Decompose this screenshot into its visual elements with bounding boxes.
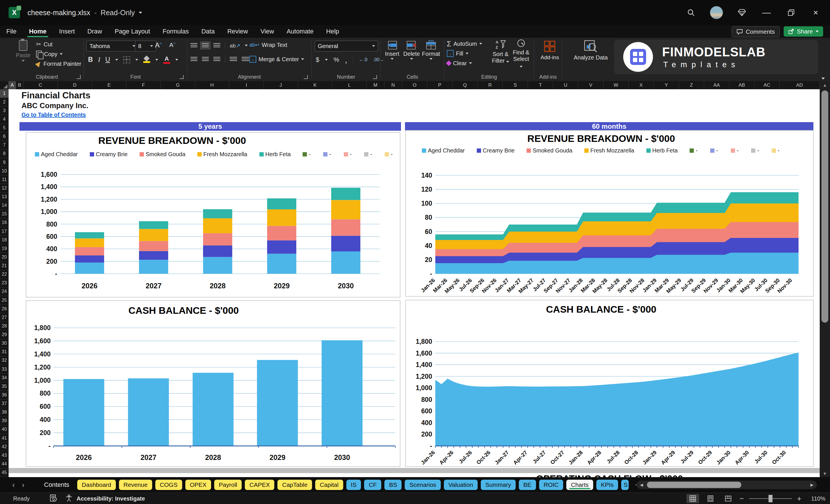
format-painter-button[interactable]: Format Painter <box>36 59 81 69</box>
column-header-O[interactable]: O <box>402 81 427 89</box>
row-header-3[interactable]: 3 <box>0 106 8 115</box>
autosum-button[interactable]: ΣAutoSum <box>447 39 482 49</box>
row-header-28[interactable]: 28 <box>0 322 8 330</box>
column-header-E[interactable]: E <box>92 81 126 89</box>
menu-tab-help[interactable]: Help <box>320 25 345 38</box>
increase-indent-button[interactable] <box>242 57 249 62</box>
read-only-label[interactable]: Read-Only <box>101 8 135 17</box>
chart-cash-balance-monthly[interactable]: -2004006008001,0001,2001,4001,6001,800Ja… <box>405 300 814 467</box>
sheet-tab-dashboard[interactable]: Dashboard <box>77 480 116 490</box>
wrap-text-button[interactable]: ab↩ Wrap Text <box>249 40 287 50</box>
row-header-12[interactable]: 12 <box>0 184 8 192</box>
accounting-format-button[interactable]: $ <box>316 56 319 63</box>
italic-button[interactable]: I <box>98 56 100 63</box>
increase-font-size-button[interactable]: A˄ <box>155 41 162 49</box>
sheet-tab-capital[interactable]: Capital <box>315 480 343 490</box>
row-header-45[interactable]: 45 <box>0 469 8 477</box>
row-header-31[interactable]: 31 <box>0 348 8 356</box>
row-header-1[interactable]: 1 <box>0 89 8 98</box>
menu-tab-automate[interactable]: Automate <box>280 25 320 38</box>
column-header-AA[interactable]: AA <box>704 81 729 89</box>
normal-view-button[interactable] <box>687 494 699 503</box>
row-header-34[interactable]: 34 <box>0 374 8 382</box>
sheet-tab-bs[interactable]: BS <box>384 480 402 490</box>
column-header-AD[interactable]: AD <box>780 81 820 89</box>
menu-tab-home[interactable]: Home <box>23 25 53 38</box>
row-header-11[interactable]: 11 <box>0 175 8 184</box>
sheet-tab-s[interactable]: S <box>621 480 629 490</box>
chart-revenue-breakdown-annual[interactable]: -2004006008001,0001,2001,4001,6002026202… <box>26 132 401 297</box>
font-size-select[interactable]: 8 <box>135 41 156 52</box>
row-header-40[interactable]: 40 <box>0 426 8 434</box>
column-header-N[interactable]: N <box>384 81 402 89</box>
row-header-8[interactable]: 8 <box>0 150 8 158</box>
insert-cells-button[interactable]: Insert <box>383 41 401 60</box>
row-header-10[interactable]: 10 <box>0 167 8 175</box>
align-center-button[interactable] <box>202 57 209 62</box>
row-header-9[interactable]: 9 <box>0 158 8 167</box>
row-header-30[interactable]: 30 <box>0 339 8 348</box>
cut-button[interactable]: ✂Cut <box>36 39 81 49</box>
column-header-AB[interactable]: AB <box>729 81 755 89</box>
minimize-button[interactable]: — <box>761 7 772 18</box>
underline-button[interactable]: U <box>105 56 110 63</box>
borders-button[interactable] <box>123 56 130 63</box>
align-middle-button[interactable] <box>202 43 209 48</box>
column-header-F[interactable]: F <box>126 81 161 89</box>
sheet-nav-forward-icon[interactable]: › <box>18 480 28 490</box>
sheet-tab-opex[interactable]: OPEX <box>185 480 211 490</box>
row-header-43[interactable]: 43 <box>0 451 8 460</box>
row-header-4[interactable]: 4 <box>0 115 8 124</box>
column-header-AC[interactable]: AC <box>755 81 780 89</box>
premium-diamond-icon[interactable] <box>736 7 747 18</box>
close-button[interactable]: × <box>810 7 822 18</box>
sheet-tab-cogs[interactable]: COGS <box>155 480 182 490</box>
column-header-Z[interactable]: Z <box>679 81 704 89</box>
accessibility-icon[interactable] <box>65 494 73 503</box>
column-header-W[interactable]: W <box>604 81 629 89</box>
paste-button[interactable]: Paste <box>13 40 33 62</box>
column-header-X[interactable]: X <box>629 81 654 89</box>
column-header-S[interactable]: S <box>503 81 528 89</box>
fill-color-button[interactable] <box>143 56 150 63</box>
row-header-5[interactable]: 5 <box>0 124 8 132</box>
row-header-41[interactable]: 41 <box>0 434 8 442</box>
column-header-L[interactable]: L <box>332 81 367 89</box>
scroll-right-icon[interactable]: ▶ <box>807 482 817 487</box>
share-button[interactable]: Share <box>784 26 823 37</box>
sheet-tab-valuation[interactable]: Valuation <box>444 480 478 490</box>
column-header-M[interactable]: M <box>367 81 384 89</box>
column-header-K[interactable]: K <box>298 81 332 89</box>
sheet-tab-charts[interactable]: Charts <box>566 480 593 490</box>
row-header-38[interactable]: 38 <box>0 408 8 417</box>
row-header-17[interactable]: 17 <box>0 227 8 236</box>
row-header-25[interactable]: 25 <box>0 296 8 305</box>
row-header-13[interactable]: 13 <box>0 193 8 201</box>
font-dialog-launcher-icon[interactable] <box>180 75 184 79</box>
column-header-C[interactable]: C <box>24 81 58 89</box>
number-format-select[interactable]: General <box>315 41 378 52</box>
menu-tab-insert[interactable]: Insert <box>53 25 81 38</box>
column-header-R[interactable]: R <box>478 81 503 89</box>
accessibility-status[interactable]: Accessibility: Investigate <box>77 496 145 502</box>
row-header-26[interactable]: 26 <box>0 305 8 313</box>
search-icon[interactable] <box>685 7 697 18</box>
sheet-tab-contents[interactable]: Contents <box>44 481 69 489</box>
column-header-B[interactable]: B <box>16 81 24 89</box>
workbook-statistics-icon[interactable] <box>50 494 57 503</box>
zoom-out-button[interactable]: − <box>740 494 744 503</box>
format-cells-button[interactable]: Format <box>422 41 440 60</box>
decrease-font-size-button[interactable]: A˅ <box>169 41 175 48</box>
clear-button[interactable]: Clear <box>447 58 482 68</box>
row-header-20[interactable]: 20 <box>0 253 8 261</box>
addins-button[interactable]: Add-ins <box>541 40 559 61</box>
zoom-slider-thumb[interactable] <box>768 495 772 502</box>
chevron-down-icon[interactable] <box>139 12 142 14</box>
sheet-tab-cf[interactable]: CF <box>364 480 381 490</box>
row-header-32[interactable]: 32 <box>0 356 8 365</box>
decrease-decimal-button[interactable]: .00→ <box>373 57 384 62</box>
align-left-button[interactable] <box>190 57 197 62</box>
menu-tab-data[interactable]: Data <box>195 25 221 38</box>
fill-button[interactable]: ↓Fill <box>447 49 482 58</box>
menu-tab-review[interactable]: Review <box>221 25 254 38</box>
